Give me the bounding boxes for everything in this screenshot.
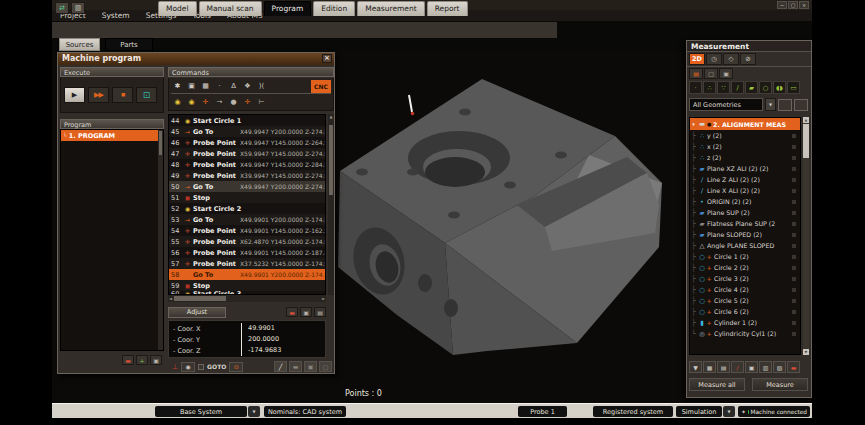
geometry-tree-item[interactable]: ▾ ▬ ● 2. ALIGNMENT MEAS xyxy=(690,118,800,130)
filter-option-button-2[interactable] xyxy=(794,99,808,111)
geometry-tree-item[interactable]: ├ ∴ y (2) xyxy=(690,130,800,141)
geometry-tree-item[interactable]: ├ ▰ Plane XZ ALI (2) (2) xyxy=(690,163,800,174)
visibility-checkbox[interactable] xyxy=(791,232,797,238)
probe-path-icon[interactable]: ✛ xyxy=(241,96,254,108)
stop-button[interactable]: ■ xyxy=(112,87,133,103)
visibility-checkbox[interactable] xyxy=(791,166,797,172)
command-row[interactable]: 48 ✛ Probe Point X49.9947 Y145.0000 Z-28… xyxy=(169,159,325,170)
minimize-button[interactable]: − xyxy=(777,1,787,9)
menu-system[interactable]: System xyxy=(94,10,138,22)
geometry-tree-item[interactable]: ├ ∴ z (2) xyxy=(690,152,800,163)
expand-button[interactable]: ▣ xyxy=(304,361,317,372)
report-icon[interactable]: ▥ xyxy=(71,2,85,14)
copy-icon[interactable]: ▣ xyxy=(745,361,758,373)
collapse-button[interactable]: ▢ xyxy=(319,361,332,372)
remove-step-icon[interactable]: ▬ xyxy=(286,307,298,317)
visibility-checkbox[interactable] xyxy=(791,254,797,260)
edit-step-button[interactable]: ╱ xyxy=(274,361,287,372)
cnc-stop-icon[interactable]: ◉ xyxy=(185,96,198,108)
tab-measurement[interactable]: Measurement xyxy=(357,1,425,16)
tools-icon[interactable]: ✱ xyxy=(171,80,184,92)
dot-icon[interactable]: · xyxy=(213,80,226,92)
add-program-icon[interactable]: + xyxy=(136,355,148,365)
geometry-tree-item[interactable]: ├ • ORIGIN (2) (2) xyxy=(690,196,800,207)
visibility-checkbox[interactable] xyxy=(791,287,797,293)
probe-point-icon[interactable]: ✛ xyxy=(199,96,212,108)
slot-geometry-icon[interactable]: ◖◗ xyxy=(773,81,786,94)
screen-icon[interactable]: ▣ xyxy=(185,80,198,92)
visibility-checkbox[interactable] xyxy=(791,133,797,139)
visibility-checkbox[interactable] xyxy=(791,188,797,194)
visibility-checkbox[interactable] xyxy=(791,144,797,150)
cnc-tab[interactable]: CNC xyxy=(311,80,331,93)
tab-edition[interactable]: Edition xyxy=(313,1,355,16)
geometry-tree-item[interactable]: ├ ○ ✛ Circle 6 (2) xyxy=(690,306,800,317)
geometry-tree-item[interactable]: ├ ∕ Line X ALI (2) (2) xyxy=(690,185,800,196)
measure-all-button[interactable]: Measure all xyxy=(689,378,745,391)
blank-layer-icon[interactable]: ▢ xyxy=(704,68,718,79)
paste-icon[interactable]: ▥ xyxy=(759,361,772,373)
cloud-geometry-icon[interactable]: ∵ xyxy=(717,81,730,94)
filter-option-button[interactable] xyxy=(778,99,792,111)
machine-program-title-bar[interactable]: Machine program × xyxy=(58,53,334,65)
visibility-checkbox[interactable] xyxy=(791,221,797,227)
profile-tab-icon[interactable]: ◇ xyxy=(723,53,739,65)
connect-icon[interactable]: ⇄ xyxy=(55,2,69,14)
rectangle-geometry-icon[interactable]: ▭ xyxy=(787,81,800,94)
command-row[interactable]: 47 ✛ Probe Point X59.9947 Y145.0000 Z-27… xyxy=(169,148,325,159)
disabled-tab-icon[interactable]: ⊘ xyxy=(740,53,756,65)
command-row[interactable]: 50 → Go To X49.9947 Y200.0000 Z-274.9825 xyxy=(169,181,325,192)
visibility-checkbox[interactable] xyxy=(791,309,797,315)
visibility-checkbox[interactable] xyxy=(791,331,797,337)
registered-system-button[interactable]: Registered system xyxy=(593,406,673,417)
geometry-tree-item[interactable]: ├ ○ ✛ Circle 3 (2) xyxy=(690,273,800,284)
probe-icon[interactable]: ∆ xyxy=(227,80,240,92)
gauge-tab-icon[interactable]: ◷ xyxy=(706,53,722,65)
geometry-tree-item[interactable]: ├ ▮ ✛ Cylinder 1 (2) xyxy=(690,317,800,328)
program-item[interactable]: └ 1. PROGRAM xyxy=(61,130,163,141)
geometry-tree-item[interactable]: ├ △ Angle PLANE SLOPED xyxy=(690,240,800,251)
geometry-tree-item[interactable]: ├ ∴ x (2) xyxy=(690,141,800,152)
geometry-filter-select[interactable]: All Geometries xyxy=(689,98,763,111)
command-list-hscrollbar[interactable]: ◄► xyxy=(168,295,326,302)
probe-status-button[interactable]: Probe 1 xyxy=(518,406,567,417)
goto-checkbox[interactable] xyxy=(198,364,204,370)
command-row[interactable]: 52 ◉ Start Circle 2 xyxy=(169,203,325,214)
eye-icon[interactable]: ◉ xyxy=(181,362,195,372)
tab-parts[interactable]: Parts xyxy=(105,38,153,51)
command-row[interactable]: 59 ◼ Stop xyxy=(169,280,325,291)
command-row[interactable]: 56 ✛ Probe Point X49.9901 Y145.0000 Z-18… xyxy=(169,247,325,258)
visibility-checkbox[interactable] xyxy=(791,199,797,205)
geometry-tree-item[interactable]: ├ ▰ Flatness Plane SUP (2 xyxy=(690,218,800,229)
tab-model[interactable]: Model xyxy=(158,1,197,16)
command-row[interactable]: 57 ✛ Probe Point X37.5232 Y145.0000 Z-17… xyxy=(169,258,325,269)
tree-scrollbar[interactable]: ▲▼ xyxy=(803,117,809,355)
command-row[interactable]: 53 → Go To X49.9901 Y200.0000 Z-174.9683 xyxy=(169,214,325,225)
geometry-tree-item[interactable]: ├ ○ ✛ Circle 5 (2) xyxy=(690,295,800,306)
adjust-button[interactable]: Adjust xyxy=(168,307,226,318)
sphere-icon[interactable]: ● xyxy=(227,96,240,108)
close-icon[interactable]: × xyxy=(322,54,332,63)
geometry-tree-item[interactable]: ├ ∕ Line Z ALI (2) (2) xyxy=(690,174,800,185)
copy-step-icon[interactable]: ▣ xyxy=(300,307,312,317)
visibility-checkbox[interactable] xyxy=(791,298,797,304)
report-list-icon[interactable]: ▤ xyxy=(717,361,730,373)
command-row[interactable]: 49 ✛ Probe Point X39.9947 Y145.0000 Z-27… xyxy=(169,170,325,181)
cnc-start-icon[interactable]: ◉ xyxy=(171,96,184,108)
paste-step-icon[interactable]: ▤ xyxy=(314,307,326,317)
command-list-vscrollbar[interactable]: ▲ xyxy=(328,114,334,295)
cad-part-view[interactable] xyxy=(337,55,689,395)
command-row[interactable]: 46 ✛ Probe Point X49.9947 Y145.0000 Z-26… xyxy=(169,137,325,148)
command-row[interactable]: 55 ✛ Probe Point X62.4870 Y145.0000 Z-17… xyxy=(169,236,325,247)
remove-icon[interactable]: ▬ xyxy=(787,361,800,373)
base-system-select[interactable]: Base System xyxy=(155,406,247,417)
fast-forward-button[interactable]: ▶▶ xyxy=(88,87,109,103)
calculator-icon[interactable]: ▦ xyxy=(703,361,716,373)
folder-icon[interactable]: ▧ xyxy=(773,361,786,373)
line-geometry-icon[interactable]: ∕ xyxy=(731,81,744,94)
geometry-tree-item[interactable]: ├ ▰ Plane SLOPED (2) xyxy=(690,229,800,240)
frame-button[interactable]: ⊡ xyxy=(136,87,157,103)
chevron-down-icon[interactable]: ▼ xyxy=(765,98,776,111)
tab-2d[interactable]: 2D xyxy=(689,53,705,65)
maximize-button[interactable]: ▢ xyxy=(788,1,798,9)
